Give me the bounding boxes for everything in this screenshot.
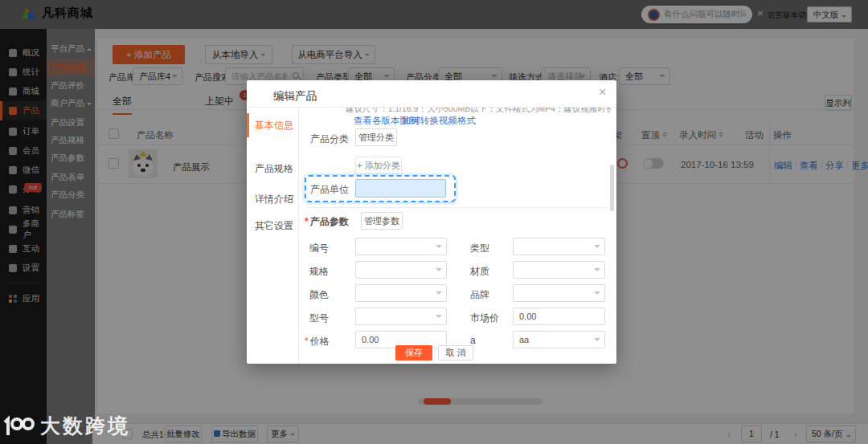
field-no-select[interactable] <box>355 238 447 255</box>
chevron-down-icon <box>594 245 600 251</box>
required-mark: * <box>305 216 309 227</box>
watermark-logo <box>3 414 35 438</box>
price-label-text: 价格 <box>310 336 330 347</box>
field-a-label: a <box>470 335 476 346</box>
category-label: 产品分类 <box>310 132 349 146</box>
video-hint-text: 建议尺寸：1:1/16:9；大小500MB以下；文件格式为MP4；建议视频时长在… <box>346 108 611 114</box>
field-brand-label: 品牌 <box>470 288 489 302</box>
unit-input[interactable] <box>356 180 445 197</box>
params-label: *产品参数 <box>305 215 349 229</box>
unit-label: 产品单位 <box>310 183 349 197</box>
manage-params-button[interactable]: 管理参数 <box>361 212 403 230</box>
modal-close-icon[interactable]: × <box>599 85 606 100</box>
field-no-label: 编号 <box>309 242 329 255</box>
section-divider <box>305 207 607 208</box>
field-brand-select[interactable] <box>513 284 605 302</box>
field-model-select[interactable] <box>355 308 447 325</box>
chevron-down-icon <box>594 268 600 275</box>
modal-tab-product-spec[interactable]: 产品规格 <box>247 157 299 181</box>
field-material-label: 材质 <box>470 265 489 279</box>
field-spec-select[interactable] <box>355 261 447 279</box>
video-hint-clipped: 建议尺寸：1:1/16:9；大小500MB以下；文件格式为MP4；建议视频时长在… <box>346 108 611 114</box>
add-category-button[interactable]: + 添加分类 <box>355 157 402 174</box>
field-market-price-box[interactable] <box>513 308 605 325</box>
cancel-button[interactable]: 取 消 <box>438 345 473 360</box>
chevron-down-icon <box>436 268 442 275</box>
modal-tab-basic-info[interactable]: 基本信息 <box>247 113 299 137</box>
modal-scrollbar-thumb[interactable] <box>610 165 614 211</box>
params-label-text: 产品参数 <box>310 216 349 227</box>
save-button[interactable]: 保存 <box>395 345 432 360</box>
chevron-down-icon <box>436 245 442 251</box>
unit-input-box[interactable] <box>355 179 446 198</box>
field-a-value: aa <box>519 335 529 344</box>
required-mark: * <box>305 336 309 347</box>
field-type-label: 类型 <box>470 242 489 255</box>
field-color-label: 颜色 <box>309 288 329 302</box>
field-spec-label: 规格 <box>309 265 329 279</box>
chevron-down-icon <box>436 291 442 298</box>
field-market-price-label: 市场价 <box>470 312 499 325</box>
field-color-select[interactable] <box>355 284 447 302</box>
modal-title: 编辑产品 <box>273 89 317 104</box>
chevron-down-icon <box>436 315 442 321</box>
field-model-label: 型号 <box>309 312 329 325</box>
field-material-select[interactable] <box>513 261 605 279</box>
chevron-down-icon <box>594 338 600 344</box>
watermark: 大数跨境 <box>3 413 130 439</box>
manage-category-button[interactable]: 管理分类 <box>355 128 397 146</box>
edit-product-modal: 编辑产品 × 基本信息 产品规格 详情介绍 其它设置 建议尺寸：1:1/16:9… <box>247 80 616 364</box>
convert-video-link[interactable]: 如何转换视频格式 <box>402 115 476 127</box>
field-a-select[interactable]: aa <box>513 331 605 348</box>
chevron-down-icon <box>594 291 600 298</box>
watermark-text: 大数跨境 <box>40 413 130 439</box>
modal-tab-other-settings[interactable]: 其它设置 <box>247 214 299 238</box>
market-price-input[interactable] <box>514 308 604 324</box>
field-price-label: *价格 <box>305 335 330 348</box>
field-type-select[interactable] <box>513 238 605 255</box>
modal-tab-list: 基本信息 产品规格 详情介绍 其它设置 <box>247 107 299 364</box>
modal-tab-detail-intro[interactable]: 详情介绍 <box>247 187 299 211</box>
